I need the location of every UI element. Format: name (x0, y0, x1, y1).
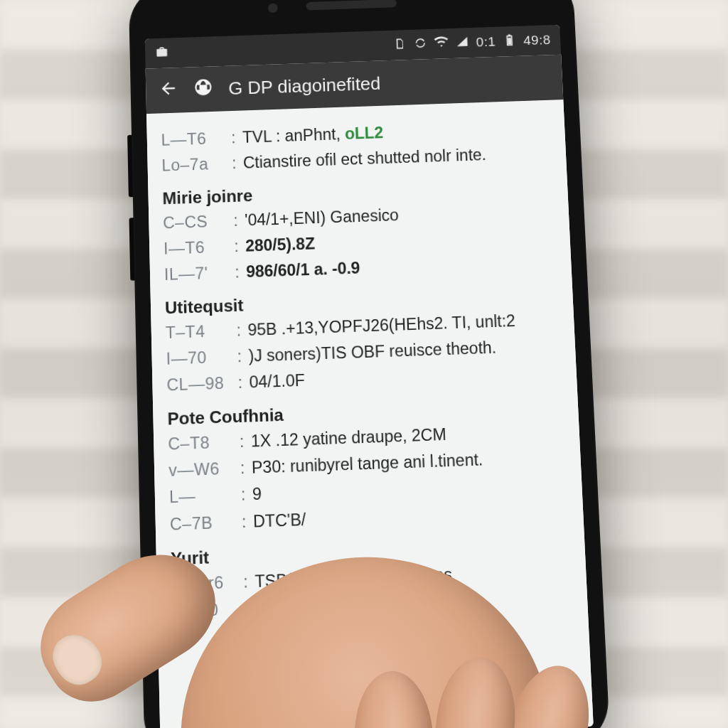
row-colon: : (237, 346, 243, 368)
row-value-accent: oLL2 (345, 124, 384, 143)
row-code: T—or6 (171, 571, 238, 596)
row-code: IL—7' (164, 262, 230, 286)
row-colon: : (234, 236, 240, 258)
row-code: I—70 (166, 346, 232, 370)
battery-icon (502, 33, 517, 50)
row-colon: : (241, 484, 247, 507)
content-scroll[interactable]: L—T6:TVL : anPhnt, oLL2Lo–7a:Ctianstire … (146, 100, 594, 728)
row-code: CL—98 (166, 373, 232, 397)
globe-icon[interactable] (193, 77, 213, 102)
status-time-right: 49:8 (523, 33, 551, 48)
row-code: Lo–7a (161, 153, 227, 176)
row-colon: : (244, 597, 250, 620)
row-code: L—T6 (161, 127, 225, 151)
row-colon: : (236, 320, 242, 342)
row-code: L— (169, 484, 236, 509)
row-colon: : (233, 210, 240, 232)
row-code: T—90 (171, 598, 238, 623)
row-code: I—T6 (164, 236, 229, 260)
screen: 0:1 49:8 G DP diagoinefited L—T6:TVL : a… (145, 25, 594, 728)
status-time-left: 0:1 (476, 34, 496, 50)
sim-icon (392, 36, 407, 54)
row-code: T–T4 (165, 320, 231, 344)
row-colon: : (243, 570, 250, 593)
row-colon: : (240, 457, 246, 480)
row-code: C–T8 (168, 432, 234, 456)
wifi-icon (434, 35, 449, 53)
page-title: G DP diagoinefited (228, 67, 550, 99)
earpiece (306, 0, 397, 10)
row-code: v—W6 (168, 458, 235, 482)
row-colon: : (237, 372, 244, 394)
svg-rect-0 (508, 38, 511, 45)
phone-frame: 0:1 49:8 G DP diagoinefited L—T6:TVL : a… (129, 0, 611, 728)
back-icon[interactable] (159, 78, 178, 103)
row-code: C–CS (163, 210, 228, 234)
sync-icon (413, 36, 428, 53)
row-code: C–7B (170, 511, 237, 536)
row-colon: : (239, 431, 245, 453)
row-colon: : (232, 153, 238, 174)
row-colon: : (231, 127, 237, 149)
proximity-sensor (268, 3, 278, 13)
row-colon: : (242, 510, 248, 533)
signal-icon (455, 34, 470, 52)
row-colon: : (235, 262, 241, 284)
briefcase-icon (155, 45, 169, 63)
